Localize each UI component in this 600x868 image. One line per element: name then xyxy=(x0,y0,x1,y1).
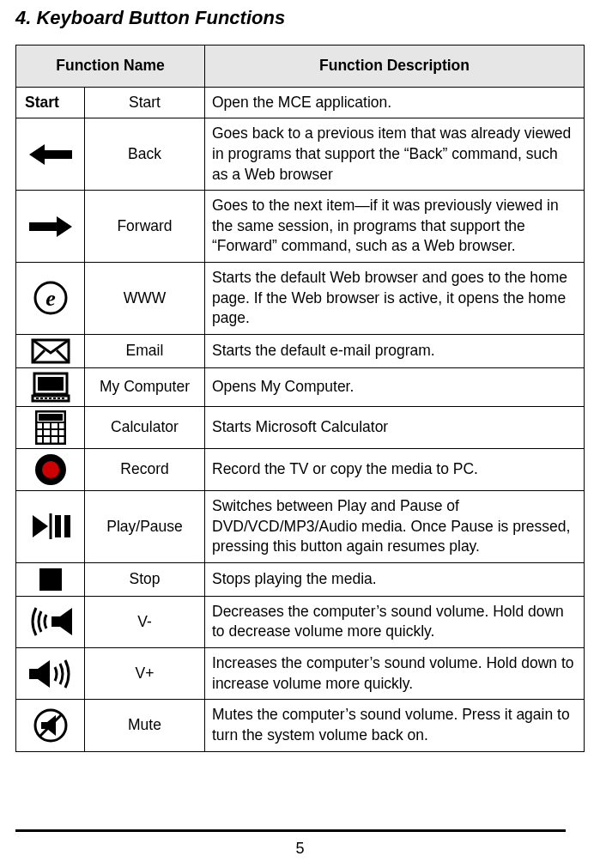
svg-rect-15 xyxy=(58,398,60,399)
table-row: eWWWStarts the default Web browser and g… xyxy=(16,263,585,335)
function-name: My Computer xyxy=(85,367,205,406)
table-row: MuteMutes the computer’s sound volume. P… xyxy=(16,700,585,751)
svg-text:e: e xyxy=(45,286,56,311)
start-text-icon: Start xyxy=(16,87,85,118)
function-description: Mutes the computer’s sound volume. Press… xyxy=(205,700,585,751)
function-description: Starts Microsoft Calculator xyxy=(205,406,585,448)
table-row: ForwardGoes to the next item—if it was p… xyxy=(16,191,585,263)
svg-rect-13 xyxy=(49,398,52,399)
function-description: Stops playing the media. xyxy=(205,562,585,596)
svg-rect-37 xyxy=(41,722,47,729)
function-description: Starts the default Web browser and goes … xyxy=(205,263,585,335)
mute-speaker-icon xyxy=(16,700,85,751)
table-row: CalculatorStarts Microsoft Calculator xyxy=(16,406,585,448)
functions-table: Function Name Function Description Start… xyxy=(15,45,585,752)
www-e-icon: e xyxy=(16,263,85,335)
function-description: Starts the default e-mail program. xyxy=(205,334,585,367)
svg-marker-0 xyxy=(29,144,72,165)
back-arrow-icon xyxy=(16,118,85,191)
function-name: Start xyxy=(85,87,205,118)
svg-rect-32 xyxy=(52,616,60,627)
function-name: Back xyxy=(85,118,205,191)
table-row: BackGoes back to a previous item that wa… xyxy=(16,118,585,191)
function-description: Opens My Computer. xyxy=(205,367,585,406)
function-description: Goes back to a previous item that was al… xyxy=(205,118,585,191)
volume-down-icon xyxy=(16,596,85,647)
svg-rect-10 xyxy=(36,398,39,399)
table-row: StopStops playing the media. xyxy=(16,562,585,596)
table-row: Play/PauseSwitches between Play and Paus… xyxy=(16,490,585,562)
function-name: Calculator xyxy=(85,406,205,448)
footer-rule xyxy=(15,829,566,832)
table-row: RecordRecord the TV or copy the media to… xyxy=(16,448,585,490)
section-heading: 4. Keyboard Button Functions xyxy=(15,7,585,29)
svg-line-6 xyxy=(57,350,69,362)
function-description: Record the TV or copy the media to PC. xyxy=(205,448,585,490)
table-row: My ComputerOpens My Computer. xyxy=(16,367,585,406)
function-name: V+ xyxy=(85,648,205,700)
function-name: Forward xyxy=(85,191,205,263)
function-description: Decreases the computer’s sound volume. H… xyxy=(205,596,585,647)
svg-rect-14 xyxy=(53,398,56,399)
function-name: Play/Pause xyxy=(85,490,205,562)
function-name: V- xyxy=(85,596,205,647)
header-function-name: Function Name xyxy=(16,46,205,88)
svg-rect-29 xyxy=(55,515,61,537)
table-row: V-Decreases the computer’s sound volume.… xyxy=(16,596,585,647)
stop-square-icon xyxy=(16,562,85,596)
table-row: StartStartOpen the MCE application. xyxy=(16,87,585,118)
email-envelope-icon xyxy=(16,334,85,367)
play-pause-icon xyxy=(16,490,85,562)
record-dot-icon xyxy=(16,448,85,490)
svg-rect-18 xyxy=(39,414,63,421)
function-description: Goes to the next item—if it was previous… xyxy=(205,191,585,263)
svg-marker-35 xyxy=(38,660,50,688)
svg-rect-8 xyxy=(38,377,64,391)
svg-rect-34 xyxy=(29,669,38,679)
page-number: 5 xyxy=(295,840,304,858)
my-computer-icon xyxy=(16,367,85,406)
svg-rect-16 xyxy=(62,398,64,399)
volume-up-icon xyxy=(16,648,85,700)
forward-arrow-icon xyxy=(16,191,85,263)
svg-marker-1 xyxy=(29,216,72,237)
svg-marker-27 xyxy=(33,515,48,537)
function-name: Email xyxy=(85,334,205,367)
svg-line-5 xyxy=(33,350,45,362)
function-name: Mute xyxy=(85,700,205,751)
function-name: Record xyxy=(85,448,205,490)
svg-rect-30 xyxy=(64,515,70,537)
header-function-desc: Function Description xyxy=(205,46,585,88)
table-row: V+Increases the computer’s sound volume.… xyxy=(16,648,585,700)
svg-marker-33 xyxy=(60,608,72,635)
function-name: WWW xyxy=(85,263,205,335)
calculator-grid-icon xyxy=(16,406,85,448)
svg-rect-31 xyxy=(39,568,62,591)
function-description: Switches between Play and Pause of DVD/V… xyxy=(205,490,585,562)
function-description: Open the MCE application. xyxy=(205,87,585,118)
function-name: Stop xyxy=(85,562,205,596)
svg-rect-12 xyxy=(45,398,47,399)
table-row: EmailStarts the default e-mail program. xyxy=(16,334,585,367)
function-description: Increases the computer’s sound volume. H… xyxy=(205,648,585,700)
svg-point-26 xyxy=(42,461,59,478)
svg-rect-11 xyxy=(40,398,43,399)
